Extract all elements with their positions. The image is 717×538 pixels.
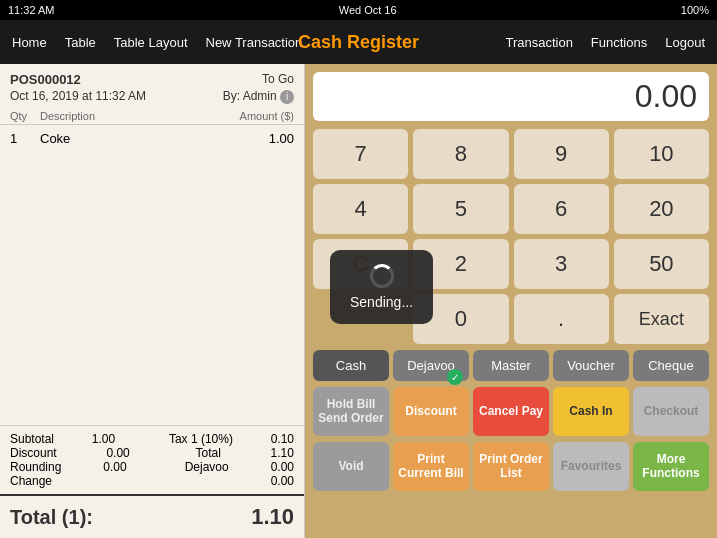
nav-logout[interactable]: Logout — [665, 35, 705, 50]
action-btn-checkout: Checkout — [633, 387, 709, 436]
sending-overlay: Sending... — [330, 250, 433, 324]
action-row-2: VoidPrint Current BillPrint Order ListFa… — [313, 442, 709, 491]
subtotal-value: 1.00 — [92, 432, 115, 446]
status-battery: 100% — [681, 4, 709, 16]
grand-total-value: 1.10 — [251, 504, 294, 530]
action-btn-favourites: Favourites — [553, 442, 629, 491]
col-desc: Description — [40, 110, 234, 122]
nav-bar: Home Table Table Layout New Transaction … — [0, 20, 717, 64]
receipt-header: POS000012 To Go Oct 16, 2019 at 11:32 AM… — [0, 64, 304, 108]
subtotal-label: Subtotal — [10, 432, 54, 446]
numpad-btn-3[interactable]: 3 — [514, 239, 609, 289]
numpad-btn-50[interactable]: 50 — [614, 239, 709, 289]
numpad-btn-.[interactable]: . — [514, 294, 609, 344]
total-value: 1.10 — [271, 446, 294, 460]
nav-right: Transaction Functions Logout — [505, 35, 705, 50]
info-icon[interactable]: i — [280, 90, 294, 104]
numpad-btn-7[interactable]: 7 — [313, 129, 408, 179]
payment-tabs: CashDejavoo✓MasterVoucherCheque — [313, 350, 709, 381]
nav-home[interactable]: Home — [12, 35, 47, 50]
item-amt: 1.00 — [234, 131, 294, 146]
action-btn-print-current-bill[interactable]: Print Current Bill — [393, 442, 469, 491]
action-btn-discount[interactable]: Discount — [393, 387, 469, 436]
total-label: Total — [196, 446, 221, 460]
item-qty: 1 — [10, 131, 40, 146]
action-btn-hold-bill-send-order[interactable]: Hold BillSend Order — [313, 387, 389, 436]
dejavoo-value: 0.00 — [271, 460, 294, 474]
nav-new-transaction[interactable]: New Transaction — [206, 35, 303, 50]
status-bar: 11:32 AM Wed Oct 16 100% — [0, 0, 717, 20]
pay-tab-dejavoo[interactable]: Dejavoo✓ — [393, 350, 469, 381]
numpad-btn-4[interactable]: 4 — [313, 184, 408, 234]
numpad-btn-5[interactable]: 5 — [413, 184, 508, 234]
pos-number: POS000012 — [10, 72, 81, 87]
action-btn-print-order-list[interactable]: Print Order List — [473, 442, 549, 491]
action-btn-cash-in[interactable]: Cash In — [553, 387, 629, 436]
list-item: 1 Coke 1.00 — [10, 129, 294, 148]
numpad-btn-Exact[interactable]: Exact — [614, 294, 709, 344]
numpad-btn-6[interactable]: 6 — [514, 184, 609, 234]
numpad-btn-9[interactable]: 9 — [514, 129, 609, 179]
change-value: 0.00 — [271, 474, 294, 488]
dejavoo-checkmark: ✓ — [447, 369, 463, 385]
item-desc: Coke — [40, 131, 234, 146]
nav-transaction[interactable]: Transaction — [505, 35, 572, 50]
pay-tab-voucher[interactable]: Voucher — [553, 350, 629, 381]
action-row-1: Hold BillSend OrderDiscountCancel PayCas… — [313, 387, 709, 436]
totals-subtotal-row: Subtotal 1.00 Tax 1 (10%) 0.10 — [10, 432, 294, 446]
totals-change-row: Change 0.00 — [10, 474, 294, 488]
status-time: 11:32 AM — [8, 4, 54, 16]
discount-value: 0.00 — [106, 446, 129, 460]
col-amt: Amount ($) — [234, 110, 294, 122]
receipt-totals: Subtotal 1.00 Tax 1 (10%) 0.10 Discount … — [0, 425, 304, 494]
numpad-btn-20[interactable]: 20 — [614, 184, 709, 234]
grand-total-label: Total (1): — [10, 506, 93, 529]
nav-table[interactable]: Table — [65, 35, 96, 50]
col-qty: Qty — [10, 110, 40, 122]
nav-table-layout[interactable]: Table Layout — [114, 35, 188, 50]
pay-tab-master[interactable]: Master — [473, 350, 549, 381]
receipt-columns: Qty Description Amount ($) — [0, 108, 304, 125]
sending-text: Sending... — [350, 294, 413, 310]
receipt-date: Oct 16, 2019 at 11:32 AM — [10, 89, 146, 104]
pay-tab-cheque[interactable]: Cheque — [633, 350, 709, 381]
dejavoo-label: Dejavoo — [185, 460, 229, 474]
loading-spinner — [370, 264, 394, 288]
rounding-value: 0.00 — [103, 460, 126, 474]
action-btn-cancel-pay[interactable]: Cancel Pay — [473, 387, 549, 436]
pos-togo: To Go — [262, 72, 294, 87]
rounding-label: Rounding — [10, 460, 61, 474]
nav-title: Cash Register — [298, 32, 419, 53]
pay-tab-cash[interactable]: Cash — [313, 350, 389, 381]
action-btn-void[interactable]: Void — [313, 442, 389, 491]
receipt-by: By: Admin i — [223, 89, 294, 104]
tax1-label: Tax 1 (10%) — [169, 432, 233, 446]
receipt-grand-total: Total (1): 1.10 — [0, 494, 304, 538]
status-date: Wed Oct 16 — [339, 4, 397, 16]
left-panel: POS000012 To Go Oct 16, 2019 at 11:32 AM… — [0, 64, 305, 538]
num-display: 0.00 — [313, 72, 709, 121]
action-btn-more-functions[interactable]: More Functions — [633, 442, 709, 491]
discount-label: Discount — [10, 446, 57, 460]
totals-discount-row: Discount 0.00 Total 1.10 — [10, 446, 294, 460]
receipt-items: 1 Coke 1.00 — [0, 125, 304, 425]
nav-functions[interactable]: Functions — [591, 35, 647, 50]
totals-rounding-row: Rounding 0.00 Dejavoo 0.00 — [10, 460, 294, 474]
numpad-btn-8[interactable]: 8 — [413, 129, 508, 179]
numpad-btn-10[interactable]: 10 — [614, 129, 709, 179]
tax1-value: 0.10 — [271, 432, 294, 446]
change-label: Change — [10, 474, 52, 488]
